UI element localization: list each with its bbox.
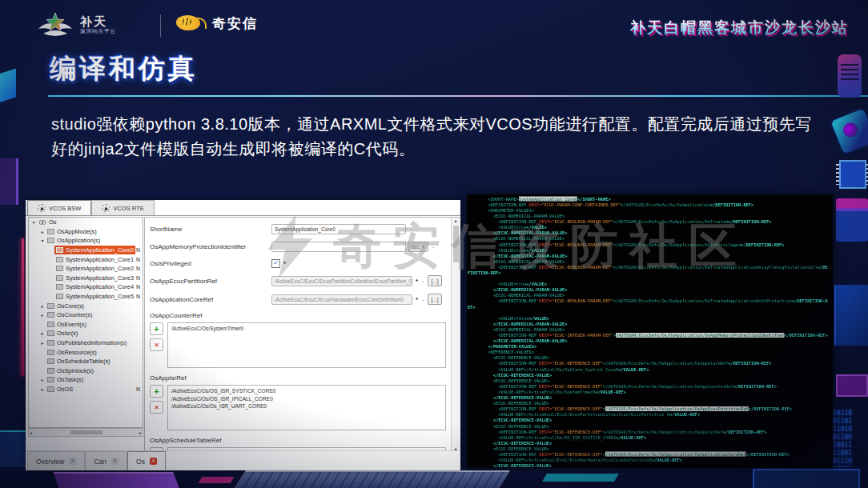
code-line: <ECUC-NUMERICAL-PARAM-VALUE> [468,236,833,242]
chevron-right-icon[interactable]: ▸ [39,312,46,318]
chevron-right-icon[interactable]: ▸ [39,386,46,392]
field-label: OsAppMemoryProtectionIdentifier [150,243,271,250]
tree-node[interactable]: SystemApplication_Core5 [54,292,135,302]
tree-node[interactable]: OsCore(s) [46,301,86,310]
tree-item[interactable]: OsResource(s) [29,347,143,357]
tree-node[interactable]: OsResource(s) [46,347,98,357]
add-button[interactable]: + [150,385,163,398]
list-item[interactable]: /ActiveEcuC/Os/OS_ISR_SYSTICK_CORE0 [171,387,442,395]
scrollbar-thumb[interactable] [70,430,102,434]
tab-vcos-rte[interactable]: VCOS RTE [91,200,154,215]
node-box-icon [47,330,54,336]
tree-item[interactable]: ▾OsApplication(s) [29,236,143,246]
tree-node-label: SystemApplication_Core3 [66,274,134,282]
delete-button[interactable]: ✕ [150,338,163,351]
list-item[interactable]: /ActiveEcuC/Os/Os_ISR_UART_CORE0 [171,402,442,410]
tab-vcos-bsw[interactable]: VCOS BSW [27,200,91,215]
tree-node[interactable]: SystemApplication_Core2 [54,264,135,274]
butian-title: 补天 [80,15,116,28]
decor-laptop [53,472,179,488]
tab-strip-border [26,215,460,216]
tree-item[interactable]: ▸OsPublishedInformation(s) [29,338,143,348]
browse-button[interactable]: [...] [428,294,441,305]
chevron-right-icon[interactable]: ▸ [39,303,46,309]
field-label: OsAppIsrRef [150,374,446,382]
osapplicationcoreref-input[interactable]: /ActiveEcuC/EcuC/EcucHardware/EcucCoreDe… [271,294,412,305]
doc-tab-os[interactable]: Os✕ [127,451,166,470]
close-icon[interactable]: ✕ [69,458,76,465]
node-box-icon [56,257,63,262]
tree-node[interactable]: OsOS [46,385,74,394]
tree-item[interactable]: ▸OsCore(s) [29,301,143,310]
tree-item[interactable]: ▸OsAppMode(s) [29,227,143,237]
doc-tab-overview[interactable]: Overview✕ [27,451,85,470]
tree-item[interactable]: SystemApplication_Core4N [29,282,143,292]
chevron-right-icon[interactable]: ▸ [39,229,46,234]
chevron-down-icon[interactable]: ▾ [39,238,46,243]
tree-item[interactable]: ▸OsIsr(s) [29,329,143,338]
chevron-right-icon[interactable]: ▸ [39,377,46,382]
tree-node[interactable]: OsAppMode(s) [46,227,98,237]
tree-item[interactable]: SystemApplication_Core1N [29,254,143,264]
tree-item[interactable]: ▾Os [29,218,143,227]
code-line: <ECUC-REFERENCE-VALUE> [468,446,833,451]
close-icon[interactable]: ✕ [111,458,119,465]
tree-node[interactable]: OsApplication(s) [46,236,102,246]
tree-node[interactable]: OsSpinlock(s) [46,366,95,376]
tree-node[interactable]: SystemApplication_Core4 [54,282,135,292]
close-icon[interactable]: ✕ [150,458,157,465]
tree-node[interactable]: OsPublishedInformation(s) [46,338,129,348]
code-line: <VALUE>true</VALUE> [468,247,833,253]
doc-tab-can[interactable]: Can✕ [85,451,127,470]
delete-button[interactable]: ✕ [150,401,163,414]
browse-button[interactable]: [...] [428,275,441,286]
tree-node[interactable]: OsEvent(s) [46,320,88,330]
tree-item[interactable]: OsSpinlock(s) [29,366,143,376]
tree-node[interactable]: OsScheduleTable(s) [46,357,112,366]
chevron-right-icon[interactable]: ▸ [39,330,46,336]
arxml-code-panel[interactable]: <SHORT-NAME>SystemApplication_Core0</SHO… [467,194,833,468]
osappecucpartitionref-input[interactable]: /ActiveEcuC/EcuC/EcucPartitionCollection… [271,276,412,286]
qianxin-title: 奇安信 [212,14,258,33]
tree-node[interactable]: OsIsr(s) [46,329,79,338]
scroll-right-icon[interactable]: ► [139,430,143,435]
osappcounterref-list[interactable]: /ActiveEcuC/Os/SystemTimer0 [167,322,446,368]
code-line: <ECUC-NUMERICAL-PARAM-VALUE> [468,213,833,218]
unit-dropdown[interactable]: dec▼ [408,242,428,252]
tree-item[interactable]: ▸OsCounter(s) [29,310,143,320]
tree-item[interactable]: ▸OsTask(s) [29,375,143,385]
scroll-up-icon[interactable]: ▲ [453,218,457,223]
osisprivileged-checkbox[interactable]: ✓ [271,259,280,268]
osappmemoryprotectionidentifier-input[interactable] [271,242,406,252]
tree-item[interactable]: SystemApplication_Core0N [29,246,143,255]
qianxin-logo: 奇安信 [175,13,258,34]
chevron-right-icon[interactable]: ▸ [39,340,46,346]
tree-item[interactable]: SystemApplication_Core3N [29,274,143,283]
tree-node[interactable]: Os [37,218,58,227]
field-label: ShortName [150,226,271,233]
node-box-icon [47,377,54,382]
chevron-down-icon[interactable]: ▾ [30,219,37,225]
tree-node[interactable]: SystemApplication_Core3 [54,274,135,283]
tree-horizontal-scrollbar[interactable]: ◄ ► [28,428,143,437]
list-item[interactable]: /ActiveEcuC/Os/SystemTimer0 [171,325,442,333]
tree-node[interactable]: OsCounter(s) [46,310,94,320]
code-line: <VALUE>false</VALUE> [468,315,833,321]
tree-item[interactable]: OsScheduleTable(s) [29,357,143,366]
list-item[interactable]: /ActiveEcuC/Os/OS_ISR_IPICALL_CORE0 [171,395,442,403]
form-vertical-scrollbar[interactable]: ▲ ▼ [451,218,460,453]
scroll-left-icon[interactable]: ◄ [29,430,33,435]
osappisrref-list[interactable]: /ActiveEcuC/Os/OS_ISR_SYSTICK_CORE0/Acti… [167,385,446,430]
tree-node[interactable]: SystemApplication_Core1 [54,254,135,264]
tree-node-selected[interactable]: SystemApplication_Core0 [54,246,135,255]
tree-item[interactable]: OsEvent(s) [29,320,143,330]
add-button[interactable]: + [150,322,163,335]
tree-item[interactable]: SystemApplication_Core5N [29,292,143,302]
tree-item[interactable]: SystemApplication_Core2N [29,264,143,274]
code-line: <DEFINITION-REF DEST="ECUC-REFERENCE-DEF… [468,451,833,457]
shortname-input[interactable]: SystemApplication_Core0 [271,224,406,234]
tree-node[interactable]: OsTask(s) [46,375,85,385]
scrollbar-thumb[interactable] [453,226,459,262]
tree-item[interactable]: ▸OsOSN [29,385,143,394]
tree-node-label: OsCore(s) [57,302,84,310]
